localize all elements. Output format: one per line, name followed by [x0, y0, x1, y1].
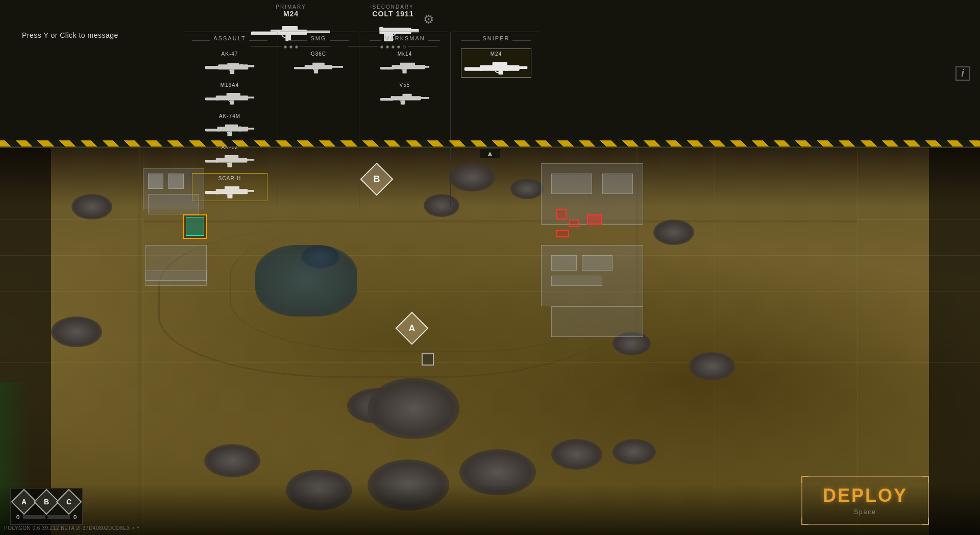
weapon-mk14[interactable]: Mk14 [370, 48, 440, 77]
m16a4-label: M16A4 [220, 82, 239, 88]
weapon-ak74m[interactable]: AK-74M [192, 111, 267, 139]
svg-rect-47 [423, 66, 429, 68]
marksman-category: MARKSMAN Mk14 [361, 32, 448, 207]
structure-left-inner [148, 174, 163, 189]
ak74m-label: AK-74M [219, 113, 240, 119]
weapon-scar-h[interactable]: SCAR-H [192, 173, 267, 201]
terrain-rock-r1 [653, 220, 694, 245]
score-bar-blue [23, 515, 45, 519]
deploy-button[interactable]: DEPLOY Space [801, 476, 929, 525]
settings-button[interactable]: ⚙ [419, 9, 439, 30]
scar-h-svg [204, 183, 255, 199]
corner-bl [801, 518, 808, 525]
svg-rect-61 [499, 69, 503, 75]
terrain-rock-bot6 [612, 439, 656, 465]
sniper-header: SNIPER [461, 35, 531, 45]
svg-rect-38 [216, 189, 218, 194]
deploy-key-label: Space [823, 508, 908, 516]
g36c-svg [293, 59, 344, 74]
svg-rect-58 [517, 66, 527, 69]
deploy-text: DEPLOY [823, 485, 908, 506]
enemy-marker-3 [556, 230, 569, 237]
hazard-stripes [0, 140, 980, 147]
svg-rect-3 [282, 26, 298, 30]
assault-line-l [192, 40, 210, 41]
structure-right-bottom2 [582, 255, 612, 271]
spawn-c-label: C [66, 498, 71, 506]
primary-label: PRIMARY [245, 4, 337, 10]
svg-rect-46 [392, 65, 425, 69]
marksman-line-r [428, 40, 440, 41]
enemy-marker-group [587, 214, 602, 225]
score-red: 0 [72, 514, 78, 520]
sep-assault-smg [278, 32, 278, 207]
structure-right-side [602, 174, 633, 194]
deploy-point-map [422, 353, 434, 366]
svg-rect-51 [391, 96, 421, 100]
sep-smg-marksman [359, 32, 359, 207]
smg-category: SMG G36C [280, 32, 357, 207]
svg-rect-55 [391, 96, 394, 100]
v55-label: V55 [400, 82, 410, 88]
svg-rect-49 [400, 63, 415, 65]
g36c-label: G36C [311, 51, 326, 57]
assault-label: ASSAULT [213, 35, 246, 41]
weapon-v55[interactable]: V55 [370, 80, 440, 108]
ak74m-svg [204, 121, 255, 136]
sep-marksman-sniper [450, 32, 451, 207]
score-bars: 0 0 [15, 514, 78, 520]
svg-rect-26 [225, 125, 238, 127]
enemy-marker-2 [569, 220, 579, 227]
primary-name: M24 [245, 10, 337, 18]
spawn-point-c[interactable]: C [56, 489, 82, 515]
smg-line-l [288, 40, 307, 41]
terrain-rock [51, 317, 102, 347]
svg-rect-15 [227, 63, 239, 66]
svg-rect-52 [419, 97, 429, 99]
svg-rect-54 [402, 94, 411, 96]
terrain-rock-r2 [689, 352, 735, 380]
corner-tr [922, 476, 929, 483]
press-message-text: Press Y or Click to message [22, 31, 118, 39]
smg-line-r [330, 40, 349, 41]
top-hud: Press Y or Click to message PRIMARY M24 [0, 0, 980, 148]
deploy-box[interactable]: DEPLOY Space [801, 476, 929, 525]
mk14-svg [379, 59, 430, 74]
collapse-panel-button[interactable]: ▲ [480, 148, 500, 158]
svg-rect-32 [225, 155, 238, 158]
svg-rect-29 [216, 158, 248, 162]
svg-rect-35 [246, 190, 254, 192]
svg-rect-60 [505, 65, 508, 71]
svg-rect-19 [246, 96, 254, 99]
svg-rect-24 [246, 128, 254, 130]
mk14-label: Mk14 [398, 51, 412, 57]
info-button[interactable]: i [955, 66, 970, 81]
svg-rect-20 [227, 93, 240, 96]
weapon-g36c[interactable]: G36C [288, 48, 349, 77]
weapon-ak47[interactable]: AK-47 [192, 48, 267, 77]
road-left-v [138, 148, 141, 531]
smg-header: SMG [288, 35, 349, 45]
svg-rect-23 [217, 127, 248, 131]
corner-tl [801, 476, 808, 483]
svg-rect-41 [330, 66, 343, 68]
svg-rect-43 [312, 63, 325, 65]
structure-left-fence [145, 271, 207, 281]
svg-rect-30 [245, 159, 254, 161]
structure-right-vehicles [551, 306, 643, 337]
svg-rect-34 [217, 189, 248, 194]
spawn-point-list: A B C [15, 493, 78, 511]
assault-category: ASSAULT AK-47 [184, 32, 276, 207]
enemy-marker-1 [556, 209, 567, 220]
corner-br [922, 518, 929, 525]
weapon-m24-sniper[interactable]: M24 [461, 48, 531, 78]
player-marker [183, 214, 207, 239]
sniper-line-l [461, 40, 480, 41]
road-main-h [143, 220, 857, 223]
version-info-text: POLYGON 0.6.39.212 BETA 2F37D40802DCD6E3… [4, 525, 140, 531]
weapon-m16a4[interactable]: M16A4 [192, 80, 267, 108]
m16a4-svg [204, 90, 255, 105]
ak47-label: AK-47 [222, 51, 238, 57]
svg-rect-9 [379, 27, 383, 29]
svg-point-44 [328, 65, 330, 67]
